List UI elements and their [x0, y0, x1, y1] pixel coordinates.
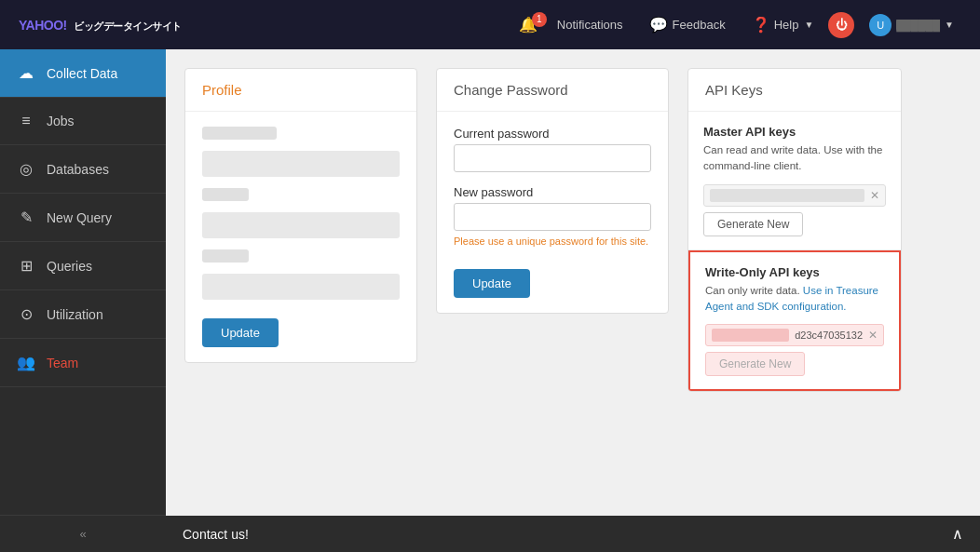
contact-bar-chevron-icon[interactable]: ∧ — [952, 525, 963, 543]
sidebar-item-utilization[interactable]: ⊙ Utilization — [0, 290, 166, 339]
user-chevron-icon: ▼ — [945, 20, 954, 30]
profile-input-1[interactable] — [202, 151, 400, 177]
main-layout: ☁ Collect Data ≡ Jobs ◎ Databases ✎ New … — [0, 49, 980, 552]
master-generate-button[interactable]: Generate New — [703, 212, 803, 236]
new-password-input[interactable] — [454, 203, 651, 231]
power-button[interactable]: ⏻ — [828, 12, 854, 38]
profile-card-title: Profile — [202, 82, 242, 98]
contact-bar[interactable]: Contact us! ∧ — [166, 516, 980, 552]
jobs-icon: ≡ — [17, 113, 35, 129]
writeonly-api-section: Write-Only API keys Can only write data.… — [688, 250, 901, 392]
change-password-card: Change Password Current password New pas… — [436, 68, 669, 314]
sidebar-item-team-label: Team — [47, 356, 78, 370]
change-password-title: Change Password — [454, 82, 568, 98]
profile-field-5 — [202, 249, 400, 263]
profile-input-2[interactable] — [202, 212, 400, 238]
sidebar: ☁ Collect Data ≡ Jobs ◎ Databases ✎ New … — [0, 49, 166, 552]
help-chevron-icon: ▼ — [804, 20, 813, 30]
profile-field-4 — [202, 212, 400, 238]
profile-card-body: Update — [185, 112, 416, 362]
user-menu[interactable]: U ██████ ▼ — [858, 8, 965, 42]
feedback-icon: 💬 — [649, 16, 668, 34]
sidebar-collapse-button[interactable]: « — [0, 515, 166, 552]
profile-card: Profile — [184, 68, 417, 363]
profile-input-3[interactable] — [202, 274, 400, 300]
sidebar-item-collect-data-label: Collect Data — [47, 66, 117, 81]
yahoo-logo: YAHOO! ビッグデータインサイト — [15, 17, 182, 34]
utilization-icon: ⊙ — [17, 305, 35, 323]
notifications-button[interactable]: 🔔 1 Notifications — [508, 10, 634, 39]
sidebar-item-new-query-label: New Query — [47, 210, 112, 225]
collapse-icon: « — [79, 527, 86, 541]
profile-field-1 — [202, 127, 400, 140]
notification-badge: 1 — [532, 12, 547, 27]
profile-blurred-3 — [202, 249, 249, 263]
password-hint: Please use a unique password for this si… — [454, 235, 651, 249]
help-icon: ❓ — [752, 16, 770, 34]
profile-field-6 — [202, 274, 400, 300]
writeonly-api-link[interactable]: Use in Treasure Agent and SDK configurat… — [705, 285, 878, 312]
new-password-label: New password — [454, 185, 651, 199]
master-api-title: Master API keys — [703, 125, 886, 139]
api-keys-title: API Keys — [705, 82, 763, 98]
sidebar-item-jobs-label: Jobs — [47, 114, 75, 128]
notification-bell-wrapper: 🔔 1 — [519, 16, 552, 34]
contact-bar-label: Contact us! — [183, 527, 249, 542]
profile-field-3 — [202, 188, 400, 201]
sidebar-item-team[interactable]: 👥 Team — [0, 339, 166, 387]
api-keys-card-header: API Keys — [688, 69, 901, 112]
writeonly-api-desc: Can only write data. Use in Treasure Age… — [705, 283, 884, 316]
current-password-label: Current password — [454, 127, 651, 141]
writeonly-api-title: Write-Only API keys — [705, 265, 884, 279]
current-password-group: Current password — [454, 127, 651, 172]
writeonly-api-key-close[interactable]: ✕ — [868, 329, 878, 342]
sidebar-item-utilization-label: Utilization — [47, 307, 103, 322]
master-api-key-value — [710, 189, 864, 202]
profile-blurred-2 — [202, 188, 249, 201]
writeonly-api-key-partial: d23c47035132 — [795, 330, 863, 341]
sidebar-item-queries-label: Queries — [47, 259, 92, 274]
sidebar-item-collect-data[interactable]: ☁ Collect Data — [0, 49, 166, 98]
logo: YAHOO! ビッグデータインサイト — [15, 17, 182, 34]
current-password-input[interactable] — [454, 144, 651, 172]
profile-field-2 — [202, 151, 400, 177]
api-keys-card: API Keys Master API keys Can read and wr… — [687, 68, 902, 392]
master-api-desc: Can read and write data. Use with the co… — [703, 142, 886, 175]
avatar: U — [869, 14, 892, 36]
master-api-key-field: ✕ — [703, 184, 886, 207]
master-api-key-close[interactable]: ✕ — [870, 189, 879, 202]
feedback-label: Feedback — [673, 18, 726, 32]
queries-icon: ⊞ — [17, 257, 35, 275]
help-label: Help — [774, 18, 799, 32]
sidebar-item-queries[interactable]: ⊞ Queries — [0, 242, 166, 290]
content-area: Profile — [166, 49, 980, 552]
sidebar-item-databases-label: Databases — [47, 162, 109, 177]
sidebar-item-jobs[interactable]: ≡ Jobs — [0, 98, 166, 145]
notifications-label: Notifications — [557, 18, 623, 32]
writeonly-api-key-field: d23c47035132 ✕ — [705, 324, 884, 346]
app-header: YAHOO! ビッグデータインサイト 🔔 1 Notifications 💬 F… — [0, 0, 980, 49]
new-password-group: New password Please use a unique passwor… — [454, 185, 651, 249]
new-query-icon: ✎ — [17, 209, 35, 226]
databases-icon: ◎ — [17, 160, 35, 178]
master-api-section: Master API keys Can read and write data.… — [688, 112, 901, 250]
sidebar-item-new-query[interactable]: ✎ New Query — [0, 194, 166, 242]
feedback-button[interactable]: 💬 Feedback — [638, 10, 737, 39]
profile-card-header: Profile — [185, 69, 416, 112]
header-nav: 🔔 1 Notifications 💬 Feedback ❓ Help ▼ ⏻ … — [508, 8, 965, 42]
writeonly-generate-button[interactable]: Generate New — [705, 352, 805, 376]
user-name: ██████ — [896, 20, 940, 31]
profile-blurred-name — [202, 127, 277, 140]
sidebar-item-databases[interactable]: ◎ Databases — [0, 145, 166, 194]
change-password-body: Current password New password Please use… — [437, 112, 668, 313]
change-password-card-header: Change Password — [437, 69, 668, 112]
writeonly-api-key-value — [712, 329, 789, 342]
help-button[interactable]: ❓ Help ▼ — [741, 10, 825, 39]
cloud-icon: ☁ — [17, 64, 35, 82]
profile-update-button[interactable]: Update — [202, 318, 279, 347]
password-update-button[interactable]: Update — [454, 269, 530, 298]
team-icon: 👥 — [17, 354, 35, 371]
